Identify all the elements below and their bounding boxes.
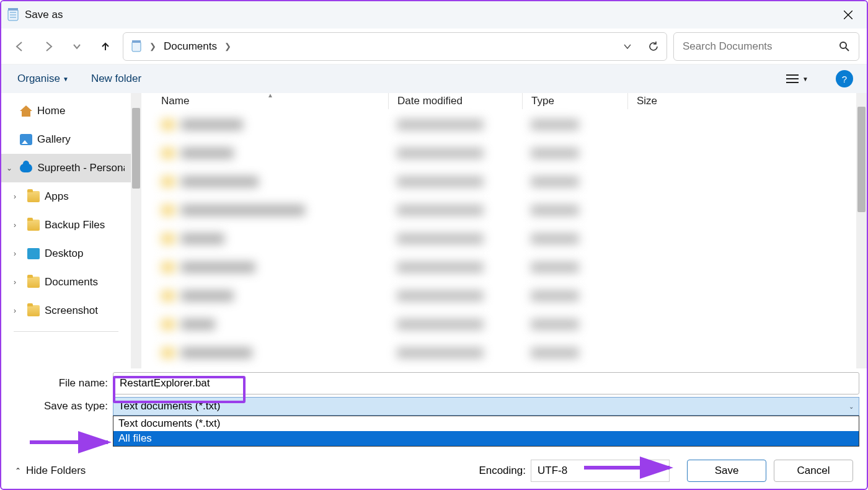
search-box[interactable]	[673, 32, 859, 61]
chevron-right-icon: ›	[14, 221, 16, 229]
file-rows-blurred	[153, 109, 867, 368]
notepad-app-icon	[6, 8, 20, 22]
svg-rect-7	[132, 42, 141, 51]
annotation-arrow-allfiles	[30, 435, 117, 450]
cancel-button[interactable]: Cancel	[774, 460, 853, 482]
main-area: HomeGallery⌄Supreeth - Personal›Apps›Bac…	[1, 93, 867, 368]
breadcrumb-current[interactable]: Documents	[164, 40, 217, 53]
sidebar-item-supreeth-personal[interactable]: ⌄Supreeth - Personal	[1, 154, 131, 182]
chevron-right-icon: ›	[14, 192, 16, 201]
file-row	[153, 229, 867, 248]
view-options-button[interactable]: ▼	[786, 74, 810, 84]
cloud-icon	[20, 164, 32, 172]
file-row	[153, 115, 867, 134]
column-size[interactable]: Size	[627, 93, 727, 109]
svg-point-9	[840, 42, 846, 48]
file-row	[153, 315, 867, 334]
location-icon	[131, 40, 142, 53]
column-type[interactable]: Type	[522, 93, 627, 109]
hide-folders-button[interactable]: ⌃ Hide Folders	[15, 465, 86, 477]
folder-icon	[27, 191, 40, 202]
help-button[interactable]: ?	[836, 70, 853, 87]
history-dropdown-icon[interactable]	[623, 42, 632, 51]
breadcrumb-separator: ❯	[224, 42, 231, 51]
filelist-scrollbar[interactable]	[856, 93, 867, 368]
up-button[interactable]	[94, 35, 117, 58]
sidebar-item-label: Apps	[45, 190, 69, 203]
sidebar-item-apps[interactable]: ›Apps	[1, 182, 131, 211]
recent-dropdown[interactable]	[66, 35, 88, 58]
sidebar-item-documents[interactable]: ›Documents	[1, 268, 131, 296]
sidebar-item-label: Home	[37, 105, 65, 117]
sidebar-item-desktop[interactable]: ›Desktop	[1, 239, 131, 268]
savetype-dropdown: Text documents (*.txt)All files	[113, 416, 859, 447]
navigation-row: ❯ Documents ❯	[1, 29, 867, 65]
organise-menu[interactable]: Organise▼	[15, 69, 71, 89]
navigation-pane: HomeGallery⌄Supreeth - Personal›Apps›Bac…	[1, 93, 141, 368]
breadcrumb-separator: ❯	[149, 42, 156, 51]
forward-button[interactable]	[37, 35, 60, 58]
chevron-down-icon: ⌄	[6, 164, 12, 172]
chevron-right-icon: ›	[14, 249, 16, 258]
save-button[interactable]: Save	[687, 460, 766, 482]
savetype-label: Save as type:	[9, 400, 113, 412]
sidebar-item-label: Backup Files	[45, 219, 105, 231]
file-row	[153, 344, 867, 362]
folder-icon	[27, 305, 40, 316]
chevron-right-icon: ›	[14, 278, 16, 287]
column-date[interactable]: Date modified	[388, 93, 522, 109]
file-row	[153, 201, 867, 220]
encoding-label: Encoding:	[479, 465, 526, 477]
sidebar-item-home[interactable]: Home	[1, 97, 131, 125]
file-row	[153, 172, 867, 191]
search-input[interactable]	[683, 40, 839, 53]
filename-input[interactable]	[113, 372, 859, 394]
home-icon	[20, 105, 32, 117]
sidebar-item-gallery[interactable]: Gallery	[1, 125, 131, 154]
sidebar-item-backup-files[interactable]: ›Backup Files	[1, 211, 131, 239]
svg-rect-8	[132, 40, 141, 43]
address-bar[interactable]: ❯ Documents ❯	[123, 32, 667, 61]
title-bar: Save as	[1, 1, 867, 29]
file-row	[153, 144, 867, 163]
savetype-select[interactable]: Text documents (*.txt) ⌄	[113, 397, 859, 416]
chevron-right-icon: ›	[14, 306, 16, 315]
file-row	[153, 258, 867, 277]
new-folder-button[interactable]: New folder	[89, 69, 144, 89]
search-icon	[839, 41, 850, 52]
encoding-select[interactable]	[531, 460, 670, 482]
savetype-option-text-documents-txt-[interactable]: Text documents (*.txt)	[113, 416, 859, 431]
gallery-icon	[20, 134, 32, 145]
refresh-icon[interactable]	[648, 41, 659, 52]
sidebar-scrollbar[interactable]	[131, 93, 141, 368]
desktop-icon	[27, 248, 40, 259]
sidebar-item-label: Documents	[45, 276, 98, 288]
sidebar-item-label: Supreeth - Personal	[37, 162, 125, 174]
savetype-option-all-files[interactable]: All files	[113, 431, 859, 446]
column-headers: ▲Name Date modified Type Size	[153, 93, 867, 109]
file-list: ▲Name Date modified Type Size	[141, 93, 867, 368]
svg-line-10	[846, 48, 849, 51]
back-button[interactable]	[9, 35, 31, 58]
filename-label: File name:	[9, 377, 113, 390]
window-title: Save as	[25, 9, 835, 21]
command-toolbar: Organise▼ New folder ▼ ?	[1, 65, 867, 93]
file-row	[153, 287, 867, 305]
svg-rect-4	[8, 8, 18, 11]
sidebar-item-label: Desktop	[45, 247, 83, 260]
chevron-down-icon: ⌄	[849, 403, 854, 410]
sidebar-item-label: Screenshot	[45, 305, 98, 317]
bottom-bar: ⌃ Hide Folders Encoding: Save Cancel	[2, 453, 866, 489]
column-name[interactable]: ▲Name	[153, 93, 388, 109]
folder-icon	[27, 220, 40, 231]
sidebar-item-screenshot[interactable]: ›Screenshot	[1, 296, 131, 325]
folder-icon	[27, 277, 40, 288]
close-button[interactable]	[835, 1, 862, 29]
sidebar-item-label: Gallery	[37, 133, 71, 146]
save-inputs: File name: Save as type: Text documents …	[1, 368, 867, 416]
chevron-up-icon: ⌃	[15, 466, 21, 475]
savetype-value: Text documents (*.txt)	[118, 400, 220, 412]
